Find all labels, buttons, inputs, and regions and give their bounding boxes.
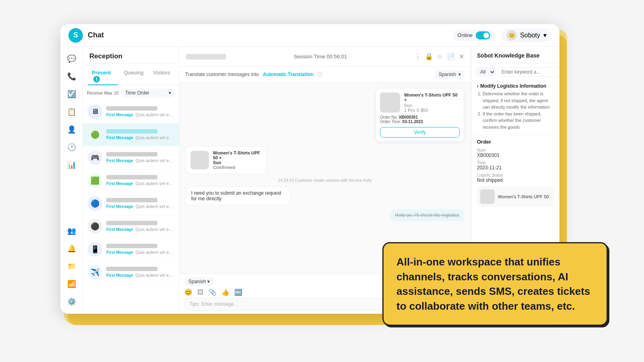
kb-category-select[interactable]: All	[475, 67, 495, 77]
order-dropdown[interactable]: Time Order ▾	[121, 88, 175, 97]
kb-point-1: Determine whether the order is shipped, …	[483, 90, 554, 111]
sidebar-icon-analytics[interactable]: 📊	[64, 158, 79, 172]
chat-item-preview: First Message Quis autem vel eum iu...	[106, 112, 174, 117]
top-bar: S Chat Online 😊 Soboty ▾	[60, 24, 559, 47]
chat-list-panel: Reception Present 1 Queuing Visitors Rec…	[83, 47, 180, 314]
confirmed-product-card: Women's T-Shirts UPF 50 + Sun Confirmed	[186, 146, 266, 174]
sidebar-icon-chat[interactable]: 💬	[64, 51, 79, 66]
online-status-badge[interactable]: Online	[453, 30, 495, 41]
order-info: Order No: XB000301 Order Time: 03-11-202…	[380, 115, 460, 124]
chat-avatar-messenger: 📱	[88, 242, 102, 257]
customer-message-bubble: I need you to submit an exchange request…	[186, 187, 291, 205]
sidebar-icon-contacts[interactable]: 👤	[64, 122, 79, 137]
chat-avatar-apple: ⚫	[88, 219, 102, 234]
sidebar-icon-files[interactable]: 📁	[64, 259, 79, 274]
user-menu[interactable]: 😊 Soboty ▾	[502, 29, 551, 42]
avatar: 😊	[506, 30, 517, 41]
attach-icon[interactable]: 📎	[208, 288, 217, 296]
chat-contact-name	[186, 54, 226, 60]
chat-item-name-facebook	[106, 198, 157, 202]
chat-item-info: First Message Quis autem vel eum iu...	[106, 106, 174, 117]
order-num-label: Num	[477, 148, 554, 152]
chat-item-active[interactable]: 🟢 First Message Quis autem vel eum iu...	[83, 123, 179, 146]
chat-item-name-messenger	[106, 244, 157, 248]
sidebar-icon-team[interactable]: 👥	[64, 224, 79, 238]
lang-dropdown-arrow: ▾	[458, 72, 461, 77]
input-language-dropdown[interactable]: Spanish ▾	[184, 277, 214, 286]
order-time-label: Time	[477, 160, 554, 165]
chat-item-apple[interactable]: ⚫ First Message Quis autem vel eum iu...	[83, 215, 179, 238]
kb-back-icon: ‹	[477, 83, 479, 89]
sidebar-icon-settings[interactable]: ⚙️	[64, 294, 79, 309]
close-icon[interactable]: ✕	[459, 53, 464, 60]
image-icon[interactable]: 🖼	[197, 289, 204, 296]
chevron-down-icon: ▾	[543, 31, 547, 39]
online-toggle[interactable]	[476, 31, 490, 39]
chat-avatar: 🖥	[88, 105, 102, 119]
chat-item-name-active	[106, 129, 157, 134]
sidebar-icon-notifications[interactable]: 🔔	[64, 241, 79, 256]
tab-queuing[interactable]: Queuing	[120, 67, 147, 85]
chat-item-discord[interactable]: 🎮 First Message Quis autem vel eum iu...	[83, 146, 179, 169]
order-logistic-field: Logistic Status Not shipped	[477, 173, 554, 183]
app-logo: S	[68, 28, 83, 43]
emoji-icon[interactable]: 😊	[184, 288, 192, 296]
filter-row: Receive Max 10 Time Order ▾	[83, 85, 179, 101]
tab-visitors[interactable]: Visitors	[149, 67, 174, 85]
sidebar-icon-wifi[interactable]: 📶	[64, 277, 79, 291]
product-image	[380, 93, 400, 113]
chat-item-name-telegram	[106, 267, 157, 271]
chat-item-info-active: First Message Quis autem vel eum iu...	[106, 129, 174, 140]
tab-present[interactable]: Present 1	[88, 67, 118, 85]
chat-item-telegram[interactable]: ✈️ First Message Quis autem vel eum iu..…	[83, 261, 179, 284]
chat-item-name	[106, 106, 157, 111]
language-label: Spanish	[439, 72, 456, 77]
input-lang-arrow: ▾	[207, 279, 210, 284]
app-title: Chat	[88, 31, 453, 39]
translate-bar: Translate customer messages into Automat…	[180, 67, 471, 82]
save-icon[interactable]: 🔒	[425, 53, 433, 60]
chat-item-messenger[interactable]: 📱 First Message Quis autem vel eum iu...	[83, 238, 179, 261]
translate-input-icon[interactable]: 🔤	[234, 288, 242, 296]
product-card: Women's T-Shirts UPF 50 + Sun 1 Pcs X $5…	[376, 88, 464, 142]
session-timer: Session Time 00:56:01	[231, 53, 410, 60]
kb-item-title: ‹ Modify Logistics Information	[477, 83, 554, 89]
session-timestamp: 14:29:10 Customer create session with Se…	[186, 178, 464, 183]
chat-avatar-telegram: ✈️	[88, 265, 102, 280]
kb-search-input[interactable]	[498, 67, 559, 77]
chat-item-facebook[interactable]: 🔵 First Message Quis autem vel eum iu...	[83, 192, 179, 215]
order-num-field: Num XB000301	[477, 148, 554, 158]
chat-avatar-whatsapp: 🟢	[88, 128, 102, 142]
sidebar-icon-history[interactable]: 🕐	[64, 140, 79, 154]
chat-avatar-discord: 🎮	[88, 150, 102, 165]
feature-tooltip: All-in-one workspace that unifies channe…	[382, 242, 608, 326]
chat-item-line[interactable]: 🟩 First Message Quis autem vel eum iu...	[83, 169, 179, 192]
kb-point-2: If the order has been shipped, confirm w…	[483, 111, 554, 131]
chat-header: Session Time 00:56:01 ⋮ 🔒 ☆ 📄 ✕	[180, 47, 471, 67]
translate-label: Translate customer messages into	[185, 72, 259, 77]
sidebar-icon-tasks[interactable]: ☑️	[64, 87, 79, 101]
chat-item-preview-active: First Message Quis autem vel eum iu...	[106, 135, 174, 140]
sidebar-icon-call[interactable]: 📞	[64, 69, 79, 84]
narrow-sidebar: 💬 📞 ☑️ 📋 👤 🕐 📊 👥 🔔 📁 📶 ⚙️	[60, 47, 83, 314]
confirmed-product-image	[190, 151, 209, 169]
export-icon[interactable]: 📄	[447, 53, 455, 60]
order-time-value: 2023-11-21	[477, 165, 554, 171]
knowledge-base-title: Sobot Knowledge Base	[471, 47, 559, 63]
order-num-value: XB000301	[477, 152, 554, 158]
sidebar-icon-reports[interactable]: 📋	[64, 105, 79, 119]
chat-avatar-facebook: 🔵	[88, 196, 102, 211]
agent-message-bubble: Hold on, I'll check the logistics	[390, 209, 464, 221]
star-icon[interactable]: ☆	[437, 53, 443, 60]
more-icon[interactable]: ⋮	[415, 53, 421, 60]
language-dropdown[interactable]: Spanish ▾	[435, 70, 465, 79]
like-icon[interactable]: 👍	[221, 288, 229, 296]
chat-item[interactable]: 🖥 First Message Quis autem vel eum iu...	[83, 101, 179, 123]
confirmed-status: Confirmed	[213, 165, 262, 170]
chat-header-icons: ⋮ 🔒 ☆ 📄 ✕	[415, 53, 464, 60]
tooltip-text: All-in-one workspace that unifies channe…	[396, 255, 594, 313]
online-label: Online	[458, 32, 473, 38]
verify-button[interactable]: Verify	[380, 127, 460, 138]
auto-translate-button[interactable]: Automatic Translation	[263, 72, 314, 77]
order-product-card: Women's T-Shirts UPF 50	[477, 186, 554, 207]
